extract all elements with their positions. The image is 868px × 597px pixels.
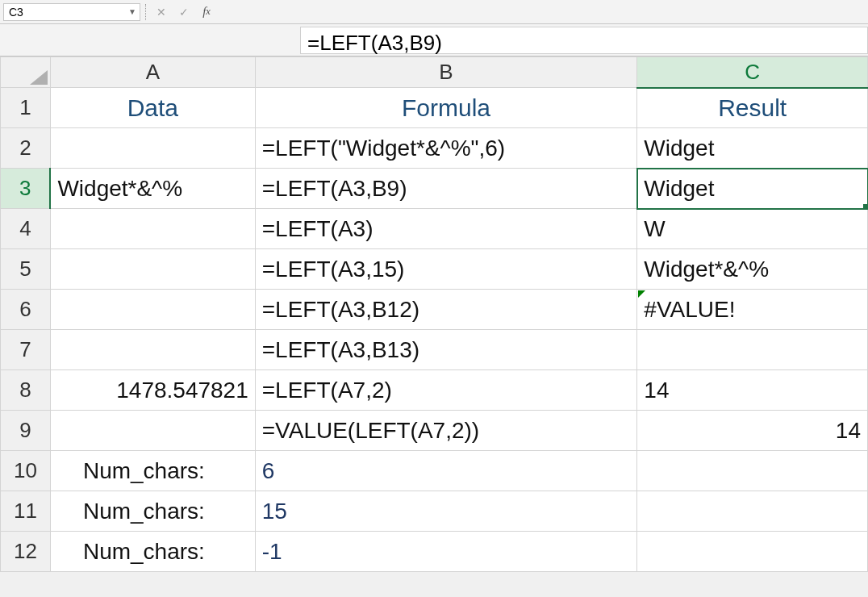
formula-input[interactable]: =LEFT(A3,B9): [300, 27, 868, 54]
cell-A12[interactable]: Num_chars:: [50, 532, 255, 572]
cancel-icon[interactable]: ✕: [152, 3, 171, 21]
row-header-8[interactable]: 8: [1, 370, 51, 411]
cell-C2[interactable]: Widget: [637, 128, 868, 169]
formula-bar: C3 ▼ ✕ ✓ fx: [0, 0, 868, 24]
cell-B11[interactable]: 15: [255, 491, 637, 532]
name-box-value: C3: [9, 6, 23, 19]
formula-input-row: =LEFT(A3,B9): [0, 24, 868, 56]
cell-C7[interactable]: [637, 330, 868, 370]
row-header-10[interactable]: 10: [1, 451, 51, 491]
cell-A7[interactable]: [50, 330, 255, 370]
cell-A6[interactable]: [50, 290, 255, 330]
fx-icon[interactable]: fx: [197, 3, 216, 21]
separator: [145, 4, 147, 20]
cell-A4[interactable]: [50, 209, 255, 249]
cell-A2[interactable]: [50, 128, 255, 169]
row-header-2[interactable]: 2: [1, 128, 51, 169]
cell-C10[interactable]: [637, 451, 868, 491]
row-header-9[interactable]: 9: [1, 411, 51, 451]
col-header-A[interactable]: A: [50, 57, 255, 88]
cell-C8[interactable]: 14: [637, 370, 868, 411]
row-header-6[interactable]: 6: [1, 290, 51, 330]
enter-icon[interactable]: ✓: [174, 3, 194, 21]
row-header-5[interactable]: 5: [1, 249, 51, 290]
cell-A8[interactable]: 1478.547821: [50, 370, 255, 411]
row-header-3[interactable]: 3: [1, 169, 51, 209]
cell-A3[interactable]: Widget*&^%: [50, 169, 255, 209]
cell-B3[interactable]: =LEFT(A3,B9): [255, 169, 637, 209]
cell-C5[interactable]: Widget*&^%: [637, 249, 868, 290]
cell-B9[interactable]: =VALUE(LEFT(A7,2)): [255, 411, 637, 451]
cell-A5[interactable]: [50, 249, 255, 290]
cell-A9[interactable]: [50, 411, 255, 451]
cell-C9[interactable]: 14: [637, 411, 868, 451]
chevron-down-icon[interactable]: ▼: [128, 7, 136, 16]
cell-B5[interactable]: =LEFT(A3,15): [255, 249, 637, 290]
select-all-corner[interactable]: [1, 57, 51, 88]
col-header-C[interactable]: C: [637, 57, 868, 88]
col-header-B[interactable]: B: [255, 57, 637, 88]
cell-B2[interactable]: =LEFT("Widget*&^%",6): [255, 128, 637, 169]
spreadsheet-grid: A B C 1 Data Formula Result 2 =LEFT("Wid…: [0, 56, 868, 572]
cell-A10[interactable]: Num_chars:: [50, 451, 255, 491]
row-header-4[interactable]: 4: [1, 209, 51, 249]
row-header-11[interactable]: 11: [1, 491, 51, 532]
row-header-12[interactable]: 12: [1, 532, 51, 572]
cell-C12[interactable]: [637, 532, 868, 572]
name-box[interactable]: C3 ▼: [3, 3, 140, 21]
cell-C3[interactable]: Widget: [637, 169, 868, 209]
cell-B6[interactable]: =LEFT(A3,B12): [255, 290, 637, 330]
cell-A1[interactable]: Data: [50, 88, 255, 128]
cell-B10[interactable]: 6: [255, 451, 637, 491]
cell-B1[interactable]: Formula: [255, 88, 637, 128]
row-header-7[interactable]: 7: [1, 330, 51, 370]
cell-C6[interactable]: #VALUE!: [637, 290, 868, 330]
cell-C11[interactable]: [637, 491, 868, 532]
cell-B12[interactable]: -1: [255, 532, 637, 572]
cell-B4[interactable]: =LEFT(A3): [255, 209, 637, 249]
cell-B8[interactable]: =LEFT(A7,2): [255, 370, 637, 411]
cell-C1[interactable]: Result: [637, 88, 868, 128]
cell-B7[interactable]: =LEFT(A3,B13): [255, 330, 637, 370]
cell-C4[interactable]: W: [637, 209, 868, 249]
cell-A11[interactable]: Num_chars:: [50, 491, 255, 532]
row-header-1[interactable]: 1: [1, 88, 51, 128]
